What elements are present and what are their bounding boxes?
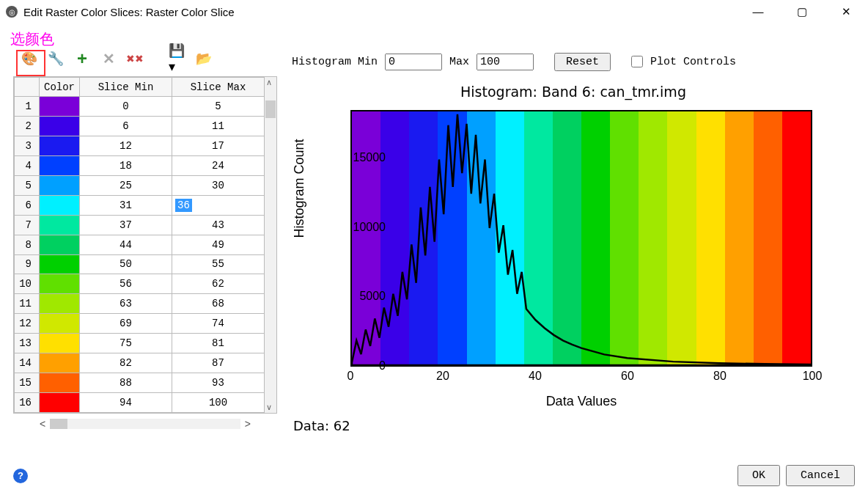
table-row[interactable]: 148287 (15, 353, 265, 373)
col-slice-max: Slice Max (172, 78, 265, 97)
table-row[interactable]: 52530 (15, 175, 265, 195)
table-row[interactable]: 1694100 (15, 393, 265, 413)
xtick: 0 (336, 370, 365, 383)
cell-max[interactable]: 55 (172, 254, 265, 274)
table-row[interactable]: 137581 (15, 334, 265, 353)
cell-min[interactable]: 56 (80, 274, 172, 294)
cell-min[interactable]: 82 (80, 353, 172, 373)
color-swatch[interactable] (40, 155, 80, 175)
minimize-button[interactable]: — (745, 5, 771, 18)
table-row[interactable]: 95055 (15, 254, 265, 274)
color-swatch[interactable] (40, 175, 80, 195)
help-icon[interactable]: ? (13, 469, 28, 483)
cell-max[interactable]: 74 (172, 314, 265, 334)
row-number: 16 (15, 393, 40, 413)
color-swatch[interactable] (40, 235, 80, 254)
histogram-chart[interactable]: Histogram: Band 6: can_tmr.img Histogram… (292, 84, 855, 414)
color-picker-icon[interactable]: 🎨 (21, 50, 38, 67)
close-button[interactable]: ✕ (833, 5, 859, 18)
cell-max[interactable]: 68 (172, 294, 265, 314)
xtick: 20 (428, 370, 457, 383)
annotation-label: 选颜色 (10, 29, 54, 49)
cell-min[interactable]: 18 (80, 155, 172, 175)
color-swatch[interactable] (40, 373, 80, 393)
table-row[interactable]: 116368 (15, 294, 265, 314)
cell-max[interactable]: 17 (172, 136, 265, 155)
cell-min[interactable]: 31 (80, 195, 172, 215)
delete-icon[interactable]: ✕ (100, 50, 117, 67)
row-number: 6 (15, 195, 40, 215)
open-icon[interactable]: 📂 (195, 50, 213, 67)
table-row[interactable]: 73743 (15, 215, 265, 235)
table-row[interactable]: 2611 (15, 116, 265, 136)
row-number: 15 (15, 373, 40, 393)
cell-max[interactable]: 11 (172, 116, 265, 136)
color-swatch[interactable] (40, 254, 80, 274)
plot-controls-checkbox[interactable] (631, 56, 643, 67)
col-slice-min: Slice Min (80, 78, 172, 97)
delete-all-icon[interactable]: ✖✖ (126, 50, 144, 67)
cell-max[interactable]: 81 (172, 334, 265, 353)
color-swatch[interactable] (40, 393, 80, 413)
horizontal-scrollbar[interactable]: <> (13, 418, 277, 430)
row-number: 9 (15, 254, 40, 274)
color-swatch[interactable] (40, 136, 80, 155)
color-swatch[interactable] (40, 97, 80, 117)
color-swatch[interactable] (40, 334, 80, 353)
table-row[interactable]: 41824 (15, 155, 265, 175)
cell-max-editing[interactable]: 36 (172, 195, 265, 215)
cell-max[interactable]: 30 (172, 175, 265, 195)
add-icon[interactable]: + (73, 50, 91, 67)
cell-min[interactable]: 88 (80, 373, 172, 393)
cell-min[interactable]: 6 (80, 116, 172, 136)
footer: ? OK Cancel (13, 465, 855, 486)
table-row[interactable]: 158893 (15, 373, 265, 393)
table-row[interactable]: 126974 (15, 314, 265, 334)
table-row[interactable]: 105662 (15, 274, 265, 294)
row-number: 5 (15, 175, 40, 195)
cell-max[interactable]: 87 (172, 353, 265, 373)
chart-panel: Histogram Min Max Reset Plot Controls Hi… (292, 76, 855, 433)
cell-min[interactable]: 25 (80, 175, 172, 195)
cell-max[interactable]: 5 (172, 97, 265, 117)
ok-button[interactable]: OK (738, 465, 780, 486)
color-swatch[interactable] (40, 215, 80, 235)
cell-max[interactable]: 43 (172, 215, 265, 235)
cell-max[interactable]: 49 (172, 235, 265, 254)
cell-min[interactable]: 44 (80, 235, 172, 254)
table-row[interactable]: 105 (15, 97, 265, 117)
cell-max[interactable]: 93 (172, 373, 265, 393)
maximize-button[interactable]: ▢ (789, 5, 815, 18)
hist-min-input[interactable] (385, 54, 442, 70)
cell-max[interactable]: 100 (172, 393, 265, 413)
color-swatch[interactable] (40, 274, 80, 294)
table-row[interactable]: 84449 (15, 235, 265, 254)
vertical-scrollbar[interactable]: ∧∨ (265, 77, 276, 413)
save-icon[interactable]: 💾▾ (169, 50, 186, 67)
color-swatch[interactable] (40, 195, 80, 215)
row-number: 8 (15, 235, 40, 254)
cell-min[interactable]: 50 (80, 254, 172, 274)
cell-max[interactable]: 62 (172, 274, 265, 294)
cell-min[interactable]: 75 (80, 334, 172, 353)
cancel-button[interactable]: Cancel (786, 465, 855, 486)
table-row[interactable]: 63136 (15, 195, 265, 215)
cell-max[interactable]: 24 (172, 155, 265, 175)
color-swatch[interactable] (40, 314, 80, 334)
row-number: 3 (15, 136, 40, 155)
cell-min[interactable]: 94 (80, 393, 172, 413)
hist-max-input[interactable] (477, 54, 534, 70)
cell-min[interactable]: 0 (80, 97, 172, 117)
cell-min[interactable]: 69 (80, 314, 172, 334)
title-bar: ◎ Edit Raster Color Slices: Raster Color… (0, 0, 868, 23)
cell-min[interactable]: 37 (80, 215, 172, 235)
table-row[interactable]: 31217 (15, 136, 265, 155)
color-swatch[interactable] (40, 116, 80, 136)
cell-min[interactable]: 12 (80, 136, 172, 155)
reset-button[interactable]: Reset (554, 53, 611, 71)
slice-table[interactable]: Color Slice Min Slice Max 10526113121741… (14, 77, 265, 413)
color-swatch[interactable] (40, 353, 80, 373)
color-swatch[interactable] (40, 294, 80, 314)
colormap-icon[interactable]: 🔧 (47, 50, 65, 67)
cell-min[interactable]: 63 (80, 294, 172, 314)
